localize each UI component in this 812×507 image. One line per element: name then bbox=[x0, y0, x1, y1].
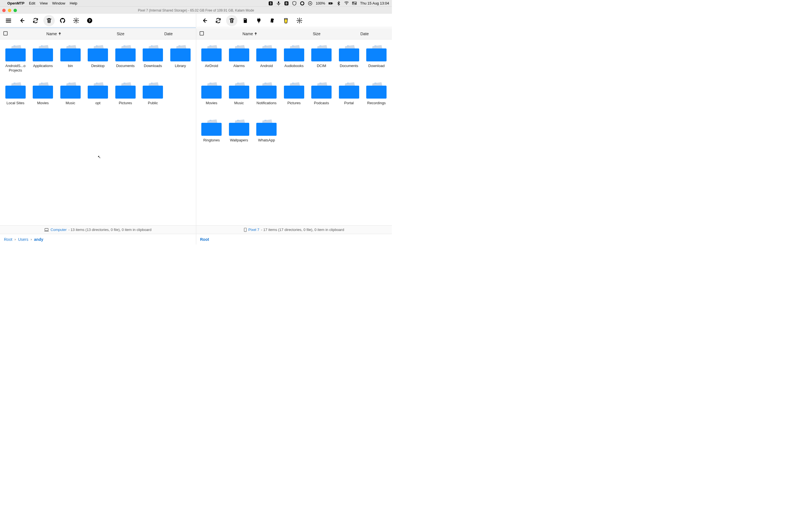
folder-item[interactable]: Download bbox=[363, 43, 391, 80]
bluetooth-icon[interactable] bbox=[336, 1, 341, 6]
github-button[interactable] bbox=[57, 15, 68, 26]
folder-icon bbox=[60, 45, 81, 62]
folder-item[interactable]: Android bbox=[253, 43, 281, 80]
maximize-window-icon[interactable] bbox=[13, 9, 17, 12]
breadcrumb-segment[interactable]: Root bbox=[200, 237, 209, 242]
svg-rect-73 bbox=[284, 86, 304, 99]
folder-item[interactable]: Local Sites bbox=[2, 80, 29, 117]
folder-icon bbox=[87, 45, 109, 62]
folder-item[interactable]: Movies bbox=[198, 80, 225, 117]
menu-button[interactable] bbox=[3, 15, 14, 26]
folder-icon bbox=[283, 82, 305, 99]
mtp-device-name[interactable]: Pixel 7 bbox=[248, 228, 259, 232]
app-name[interactable]: OpenMTP bbox=[7, 1, 24, 5]
buymeacoffee-button[interactable] bbox=[280, 15, 292, 26]
refresh-button-local[interactable] bbox=[30, 15, 41, 26]
folder-label: Local Sites bbox=[6, 101, 24, 105]
col-name-local[interactable]: Name bbox=[11, 32, 97, 36]
local-statusbar: Computer - 13 items (13 directories, 0 f… bbox=[0, 226, 196, 234]
folder-label: Portal bbox=[344, 101, 354, 105]
select-all-checkbox-mtp[interactable] bbox=[200, 31, 204, 36]
select-all-checkbox-local[interactable] bbox=[3, 31, 8, 36]
battery-percent[interactable]: 100% bbox=[316, 1, 325, 5]
folder-item[interactable]: Movies bbox=[29, 80, 57, 117]
folder-icon bbox=[142, 45, 163, 62]
folder-item[interactable]: Documents bbox=[112, 43, 139, 80]
folder-item[interactable]: DCIM bbox=[308, 43, 336, 80]
back-button-mtp[interactable] bbox=[199, 15, 210, 26]
folder-item[interactable]: Music bbox=[57, 80, 84, 117]
traffic-lights[interactable] bbox=[2, 9, 17, 12]
folder-item[interactable]: Downloads bbox=[139, 43, 167, 80]
svg-point-24 bbox=[284, 18, 287, 19]
settings-button-local[interactable] bbox=[70, 15, 82, 26]
folder-item[interactable]: AndroidS...o Projects bbox=[2, 43, 29, 80]
folder-item[interactable]: Applications bbox=[29, 43, 57, 80]
folder-item[interactable]: bin bbox=[57, 43, 84, 80]
clock[interactable]: Thu 15 Aug 13:04 bbox=[360, 1, 389, 5]
delete-button-mtp[interactable] bbox=[226, 15, 238, 26]
local-status-text: - 13 items (13 directories, 0 file), 0 i… bbox=[68, 228, 151, 232]
menu-edit[interactable]: Edit bbox=[29, 1, 35, 5]
circle-icon[interactable] bbox=[300, 1, 305, 6]
close-window-icon[interactable] bbox=[2, 9, 6, 12]
menu-view[interactable]: View bbox=[40, 1, 48, 5]
folder-item[interactable]: Documents bbox=[335, 43, 363, 80]
col-size-local[interactable]: Size bbox=[97, 32, 145, 36]
shield-icon[interactable] bbox=[292, 1, 297, 6]
folder-item[interactable]: Pictures bbox=[280, 80, 308, 117]
svg-point-25 bbox=[299, 20, 300, 21]
folder-label: Ringtones bbox=[203, 138, 220, 143]
folder-item[interactable]: Desktop bbox=[84, 43, 112, 80]
folder-label: Documents bbox=[116, 64, 135, 68]
folder-item[interactable]: Wallpapers bbox=[225, 118, 253, 154]
control-center-icon[interactable] bbox=[352, 1, 357, 6]
col-date-local[interactable]: Date bbox=[145, 32, 193, 36]
mtp-folder-grid[interactable]: AirDroidAlarmsAndroidAudiobooksDCIMDocum… bbox=[196, 40, 392, 225]
breadcrumb-segment[interactable]: andy bbox=[34, 237, 43, 242]
folder-item[interactable]: Podcasts bbox=[308, 80, 336, 117]
col-date-mtp[interactable]: Date bbox=[341, 32, 389, 36]
paypal-button[interactable] bbox=[267, 15, 278, 26]
folder-item[interactable]: Library bbox=[167, 43, 194, 80]
battery-icon[interactable] bbox=[328, 1, 333, 6]
folder-icon bbox=[256, 119, 277, 136]
breadcrumb-segment[interactable]: Root bbox=[4, 237, 12, 242]
folder-item[interactable]: Audiobooks bbox=[280, 43, 308, 80]
folder-item[interactable]: Pictures bbox=[112, 80, 139, 117]
refresh-button-mtp[interactable] bbox=[213, 15, 224, 26]
status-b-icon[interactable]: B bbox=[284, 1, 289, 6]
col-name-mtp[interactable]: Name bbox=[207, 32, 293, 36]
folder-item[interactable]: Ringtones bbox=[198, 118, 225, 154]
folder-icon bbox=[338, 45, 360, 62]
folder-icon bbox=[229, 119, 250, 136]
folder-item[interactable]: Alarms bbox=[225, 43, 253, 80]
folder-item[interactable]: Music bbox=[225, 80, 253, 117]
folder-item[interactable]: WhatsApp bbox=[253, 118, 281, 154]
folder-item[interactable]: opt bbox=[84, 80, 112, 117]
folder-item[interactable]: AirDroid bbox=[198, 43, 225, 80]
settings-button-mtp[interactable] bbox=[294, 15, 305, 26]
local-device-name[interactable]: Computer bbox=[50, 228, 66, 232]
folder-icon bbox=[5, 82, 26, 99]
play-circle-icon[interactable] bbox=[308, 1, 312, 6]
back-button[interactable] bbox=[16, 15, 28, 26]
wifi-icon[interactable] bbox=[344, 1, 349, 6]
storage-button[interactable] bbox=[240, 15, 251, 26]
plug-button[interactable] bbox=[253, 15, 264, 26]
minimize-window-icon[interactable] bbox=[8, 9, 11, 12]
status-s-icon[interactable]: S bbox=[268, 1, 273, 6]
folder-item[interactable]: Notifications bbox=[253, 80, 281, 117]
microphone-icon[interactable] bbox=[276, 1, 281, 6]
menu-help[interactable]: Help bbox=[70, 1, 77, 5]
menu-window[interactable]: Window bbox=[52, 1, 65, 5]
folder-item[interactable]: Portal bbox=[335, 80, 363, 117]
breadcrumb-segment[interactable]: Users bbox=[18, 237, 29, 242]
folder-item[interactable]: Public bbox=[139, 80, 167, 117]
folder-item[interactable]: Recordings bbox=[363, 80, 391, 117]
delete-button-local[interactable] bbox=[43, 15, 55, 26]
local-folder-grid[interactable]: AndroidS...o ProjectsApplicationsbinDesk… bbox=[0, 40, 196, 225]
help-button[interactable]: ? bbox=[84, 15, 95, 26]
col-size-mtp[interactable]: Size bbox=[293, 32, 341, 36]
svg-point-88 bbox=[245, 231, 245, 231]
